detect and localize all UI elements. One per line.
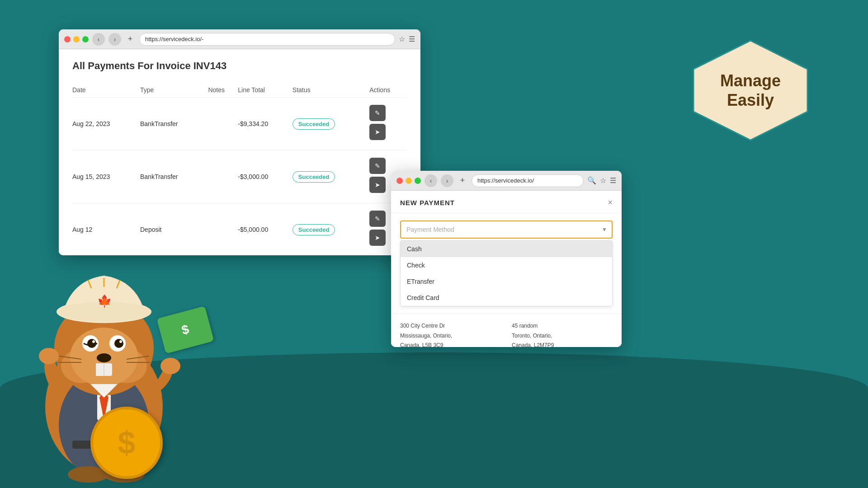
- option-check-label: Check: [407, 262, 425, 269]
- hex-badge-text-line1: Manage: [720, 71, 781, 90]
- bookmark-icon-1[interactable]: ☆: [399, 35, 405, 43]
- payment-method-dropdown[interactable]: Payment Method Cash Check ETransfer Cred…: [400, 221, 613, 239]
- svg-point-14: [114, 339, 123, 348]
- edit-button-2[interactable]: ✎: [369, 158, 386, 174]
- coin-decoration: $: [90, 407, 163, 479]
- forward-button-2[interactable]: ›: [441, 174, 453, 187]
- menu-icon-2[interactable]: ☰: [610, 176, 616, 185]
- svg-point-15: [92, 340, 95, 343]
- hex-badge-container: Manage Easily: [687, 27, 814, 154]
- option-credit-label: Credit Card: [407, 294, 439, 301]
- traffic-lights-1: [64, 36, 89, 42]
- send-button-1[interactable]: ➤: [369, 124, 386, 140]
- modal-container: NEW PAYMENT × Payment Method Cash Check …: [391, 191, 622, 347]
- url-text-1: https://servicedeck.io/-: [145, 36, 203, 42]
- browser-toolbar-1: ‹ › + https://servicedeck.io/- ☆ ☰: [59, 29, 420, 49]
- dropdown-options-list: Cash Check ETransfer Credit Card: [400, 240, 613, 306]
- table-row: Aug 15, 2023 BankTransfer -$3,000.00 Suc…: [72, 150, 407, 203]
- back-button-2[interactable]: ‹: [425, 174, 437, 187]
- browser-toolbar-2: ‹ › + https://servicedeck.io/ 🔍 ☆ ☰: [391, 171, 622, 191]
- addr-right-line2: Toronto, Ontario,: [512, 331, 613, 341]
- coin-symbol: $: [118, 425, 136, 461]
- send-button-2[interactable]: ➤: [369, 177, 386, 193]
- status-badge-1: Succeeded: [292, 118, 335, 130]
- cell-date-1: Aug 22, 2023: [72, 98, 140, 150]
- forward-button-1[interactable]: ›: [108, 33, 121, 46]
- col-status: Status: [292, 83, 369, 98]
- close-button-2[interactable]: [396, 178, 403, 184]
- browser-content-1: All Payments For Invoice INV143 Date Typ…: [59, 49, 420, 255]
- hex-badge-text-line2: Easily: [720, 90, 781, 110]
- cell-status-1: Succeeded: [292, 98, 369, 150]
- maximize-button-2[interactable]: [415, 178, 421, 184]
- cell-total-2: -$3,000.00: [238, 150, 292, 203]
- svg-point-32: [160, 358, 180, 374]
- cell-status-2: Succeeded: [292, 150, 369, 203]
- cell-date-2: Aug 15, 2023: [72, 150, 140, 203]
- modal-title: NEW PAYMENT: [400, 199, 455, 206]
- edit-button-1[interactable]: ✎: [369, 105, 386, 121]
- cell-type-2: BankTransfer: [140, 150, 208, 203]
- url-bar-2[interactable]: https://servicedeck.io/: [472, 174, 584, 187]
- send-button-3[interactable]: ➤: [369, 230, 386, 246]
- minimize-button-1[interactable]: [73, 36, 80, 42]
- maximize-button-1[interactable]: [82, 36, 89, 42]
- modal-close-button[interactable]: ×: [608, 198, 613, 207]
- browser-window-1: ‹ › + https://servicedeck.io/- ☆ ☰ All P…: [59, 29, 420, 255]
- svg-rect-19: [96, 363, 104, 376]
- status-badge-2: Succeeded: [292, 171, 335, 183]
- search-icon-2[interactable]: 🔍: [587, 176, 596, 185]
- addr-left-line1: 300 City Centre Dr: [400, 321, 501, 331]
- status-badge-3: Succeeded: [292, 224, 335, 235]
- address-right: 45 random Toronto, Ontario, Canada, L2M7…: [512, 321, 613, 347]
- option-credit-item[interactable]: Credit Card: [401, 290, 612, 306]
- payments-table: Date Type Notes Line Total Status Action…: [72, 83, 407, 255]
- cell-actions-1: ✎ ➤: [369, 98, 407, 150]
- address-left: 300 City Centre Dr Mississauga, Ontario,…: [400, 321, 501, 347]
- option-etransfer-label: ETransfer: [407, 278, 434, 285]
- new-tab-button-2[interactable]: +: [457, 175, 468, 186]
- payment-method-select[interactable]: Payment Method Cash Check ETransfer Cred…: [400, 221, 613, 239]
- svg-point-17: [97, 353, 111, 362]
- actions-col-1: ✎ ➤: [369, 105, 407, 143]
- new-tab-button-1[interactable]: +: [125, 34, 136, 45]
- option-cash-label: Cash: [407, 245, 422, 253]
- cell-status-3: Succeeded: [292, 203, 369, 256]
- bookmark-icon-2[interactable]: ☆: [600, 176, 606, 185]
- url-bar-1[interactable]: https://servicedeck.io/-: [139, 33, 395, 46]
- col-line-total: Line Total: [238, 83, 292, 98]
- addr-left-line2: Mississauga, Ontario,: [400, 331, 501, 341]
- svg-point-31: [39, 348, 59, 364]
- addr-right-line1: 45 random: [512, 321, 613, 331]
- cell-notes-2: [208, 150, 238, 203]
- col-date: Date: [72, 83, 140, 98]
- col-actions: Actions: [369, 83, 407, 98]
- svg-point-16: [119, 340, 122, 343]
- cell-type-1: BankTransfer: [140, 98, 208, 150]
- url-text-2: https://servicedeck.io/: [477, 177, 534, 184]
- option-cash-item[interactable]: Cash: [401, 241, 612, 257]
- toolbar-icons-1: ☆ ☰: [399, 35, 415, 43]
- cell-notes-1: [208, 98, 238, 150]
- cell-total-1: -$9,334.20: [238, 98, 292, 150]
- addr-left-line3: Canada, L5B 3C9: [400, 341, 501, 347]
- close-button-1[interactable]: [64, 36, 71, 42]
- menu-icon-1[interactable]: ☰: [409, 35, 415, 43]
- cell-total-3: -$5,000.00: [238, 203, 292, 256]
- addr-right-line3: Canada, L2M7P9: [512, 341, 613, 347]
- money-symbol: $: [180, 322, 190, 338]
- address-section: 300 City Centre Dr Mississauga, Ontario,…: [391, 314, 622, 347]
- svg-text:🍁: 🍁: [97, 294, 112, 308]
- table-row: Aug 22, 2023 BankTransfer -$9,334.20 Suc…: [72, 98, 407, 150]
- option-check-item[interactable]: Check: [401, 257, 612, 273]
- modal-body: Payment Method Cash Check ETransfer Cred…: [391, 213, 622, 314]
- cell-notes-3: [208, 203, 238, 256]
- toolbar-icons-2: 🔍 ☆ ☰: [587, 176, 616, 185]
- minimize-button-2[interactable]: [406, 178, 412, 184]
- option-etransfer-item[interactable]: ETransfer: [401, 273, 612, 290]
- col-notes: Notes: [208, 83, 238, 98]
- back-button-1[interactable]: ‹: [92, 33, 105, 46]
- edit-button-3[interactable]: ✎: [369, 211, 386, 227]
- page-title-1: All Payments For Invoice INV143: [72, 60, 407, 72]
- traffic-lights-2: [396, 178, 421, 184]
